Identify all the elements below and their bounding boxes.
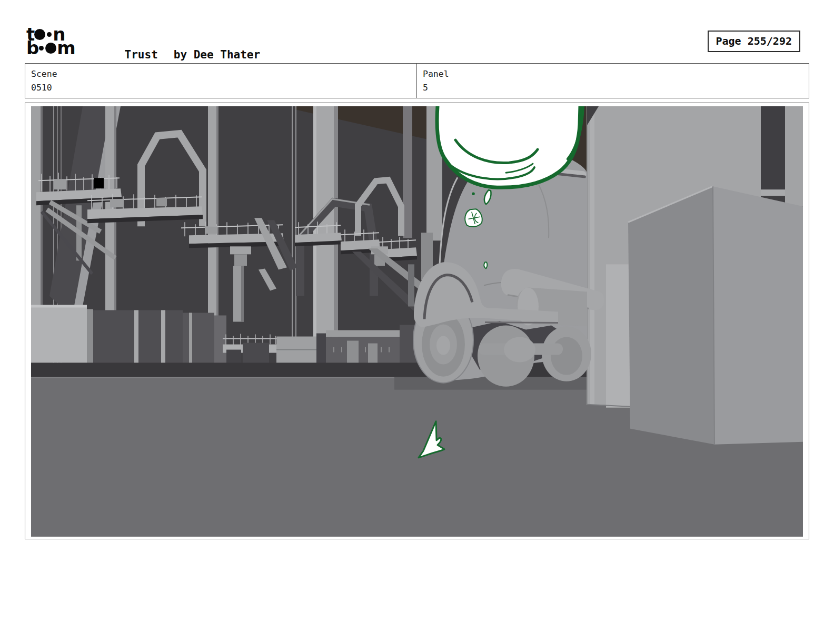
logo-dot-icon (47, 32, 52, 37)
logo-dot-icon (39, 46, 44, 51)
logo-dot-icon (45, 43, 56, 54)
panel-value: 5 (423, 81, 803, 95)
page-indicator: Page 255/292 (708, 31, 801, 52)
logo-letter: m (57, 41, 74, 55)
storyboard-page: t n b m Trustby Dee Thater Page 255/292 … (0, 0, 834, 644)
logo-line-2: b m (26, 40, 95, 56)
cargo-box (628, 186, 803, 445)
storyboard-panel-frame (25, 103, 809, 539)
scene-panel-table: Scene 0510 Panel 5 (25, 63, 809, 98)
logo-letter: b (26, 41, 38, 55)
author-text: by Dee Thater (174, 48, 260, 61)
storyboard-panel-image (31, 106, 803, 537)
title-text: Trust (125, 48, 158, 61)
scene-cell: Scene 0510 (25, 64, 417, 98)
panel-cell: Panel 5 (417, 64, 809, 98)
scene-label: Scene (31, 67, 411, 81)
toonboom-logo: t n b m (26, 26, 95, 60)
scene-value: 0510 (31, 81, 411, 95)
panel-label: Panel (423, 67, 803, 81)
